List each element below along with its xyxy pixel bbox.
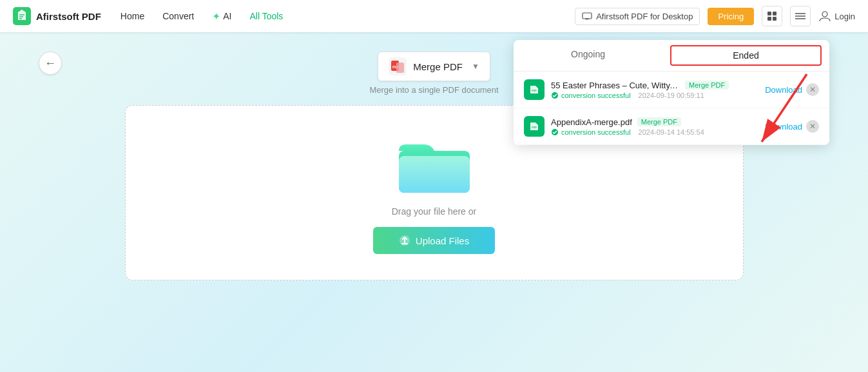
merge-pdf-icon: PDF: [389, 57, 407, 75]
pricing-btn[interactable]: Pricing: [708, 8, 754, 25]
desktop-btn[interactable]: Afirstsoft PDF for Desktop: [575, 8, 700, 25]
nav-right: Afirstsoft PDF for Desktop Pricing Lo: [575, 6, 855, 26]
logo[interactable]: Afirstsoft PDF: [13, 7, 101, 25]
history-item: PDF 55 Easter Phrases – Cute, Witty, and…: [514, 72, 829, 108]
tab-ended[interactable]: Ended: [670, 45, 822, 66]
file-icon-1: PDF: [528, 83, 541, 96]
download-btn-1[interactable]: Download: [765, 85, 802, 95]
history-tabs: Ongoing Ended: [514, 40, 829, 72]
history-item-status-2: conversion successful 2024-09-14 14:55:5…: [551, 128, 758, 136]
close-btn-2[interactable]: ✕: [806, 120, 819, 133]
user-icon: [818, 10, 831, 23]
svg-text:PDF: PDF: [532, 126, 537, 129]
menu-icon-btn[interactable]: [790, 6, 811, 26]
history-item-tag-2: Merge PDF: [637, 117, 681, 126]
svg-rect-5: [773, 12, 776, 15]
grid-icon-btn[interactable]: [762, 6, 782, 26]
tool-description: Merge into a single PDF document: [369, 85, 498, 95]
logo-icon: [13, 7, 31, 25]
svg-point-11: [822, 12, 827, 17]
logo-text: Afirstsoft PDF: [36, 11, 101, 22]
check-icon-2: [551, 128, 559, 136]
history-item-2: PDF AppendixA-merge.pdf Merge PDF conver…: [514, 108, 829, 145]
download-btn-2[interactable]: Download: [765, 122, 802, 132]
back-btn[interactable]: ←: [39, 52, 62, 75]
tool-chevron-icon: ▼: [472, 62, 479, 71]
svg-rect-15: [396, 63, 404, 73]
history-panel: Ongoing Ended PDF 55 Easter Phrases – Cu…: [514, 40, 829, 145]
login-area[interactable]: Login: [818, 10, 855, 23]
svg-rect-17: [399, 156, 470, 193]
history-item-actions-1: Download ✕: [765, 83, 819, 96]
tool-selector[interactable]: PDF Merge PDF ▼: [378, 52, 490, 81]
close-btn-1[interactable]: ✕: [806, 83, 819, 96]
history-item-details-1: 55 Easter Phrases – Cute, Witty, and Rel…: [551, 81, 758, 99]
tab-ongoing[interactable]: Ongoing: [514, 40, 662, 71]
drag-text: Drag your file here or: [392, 206, 477, 217]
history-item-tag-1: Merge PDF: [685, 81, 729, 90]
nav-convert[interactable]: Convert: [162, 11, 194, 21]
ai-star-icon: ✦: [212, 10, 220, 23]
svg-rect-1: [583, 13, 592, 19]
svg-rect-4: [767, 12, 771, 15]
nav-ai[interactable]: ✦ AI: [212, 10, 231, 23]
svg-text:PDF: PDF: [532, 89, 537, 92]
svg-rect-6: [767, 17, 771, 21]
nav-all-tools[interactable]: All Tools: [249, 11, 283, 21]
history-item-icon-2: PDF: [524, 116, 545, 137]
file-icon-2: PDF: [528, 120, 541, 133]
monitor-icon: [582, 12, 592, 20]
nav-links: Home Convert ✦ AI All Tools: [121, 10, 575, 23]
tool-name: Merge PDF: [413, 61, 463, 72]
folder-icon: [396, 132, 473, 196]
history-item-title-2: AppendixA-merge.pdf: [551, 117, 632, 127]
upload-icon: [399, 235, 410, 246]
history-item-details-2: AppendixA-merge.pdf Merge PDF conversion…: [551, 117, 758, 136]
check-icon-1: [551, 92, 559, 99]
history-item-title-1: 55 Easter Phrases – Cute, Witty, and Rel…: [551, 81, 680, 90]
upload-btn[interactable]: Upload Files: [373, 227, 495, 254]
svg-rect-7: [773, 17, 776, 21]
grid-icon: [767, 11, 777, 21]
navbar: Afirstsoft PDF Home Convert ✦ AI All Too…: [0, 0, 868, 32]
nav-home[interactable]: Home: [121, 11, 144, 21]
history-item-icon-1: PDF: [524, 79, 545, 100]
history-item-actions-2: Download ✕: [765, 120, 819, 133]
history-item-status-1: conversion successful 2024-09-19 00:59:1…: [551, 92, 758, 99]
hamburger-icon: [795, 12, 805, 20]
